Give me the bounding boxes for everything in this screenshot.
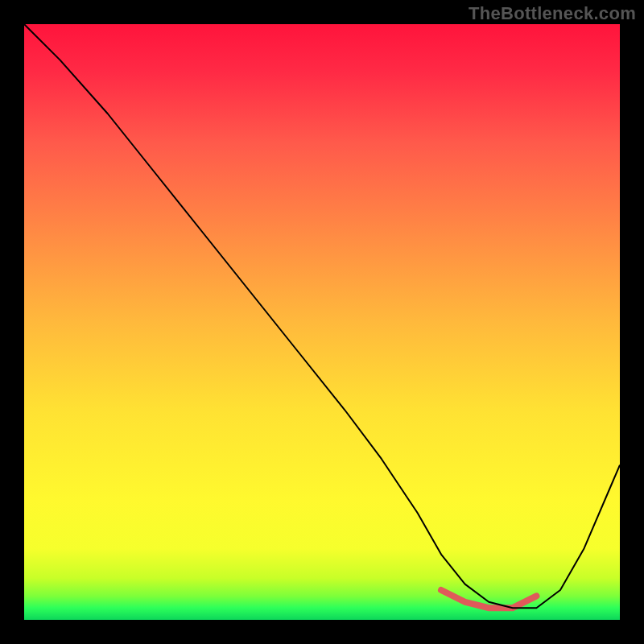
- plot-area: [24, 24, 620, 620]
- watermark-text: TheBottleneck.com: [469, 3, 636, 24]
- curve-line: [24, 24, 620, 608]
- chart-svg: [24, 24, 620, 620]
- highlight-segment: [441, 590, 536, 608]
- chart-frame: TheBottleneck.com: [0, 0, 644, 644]
